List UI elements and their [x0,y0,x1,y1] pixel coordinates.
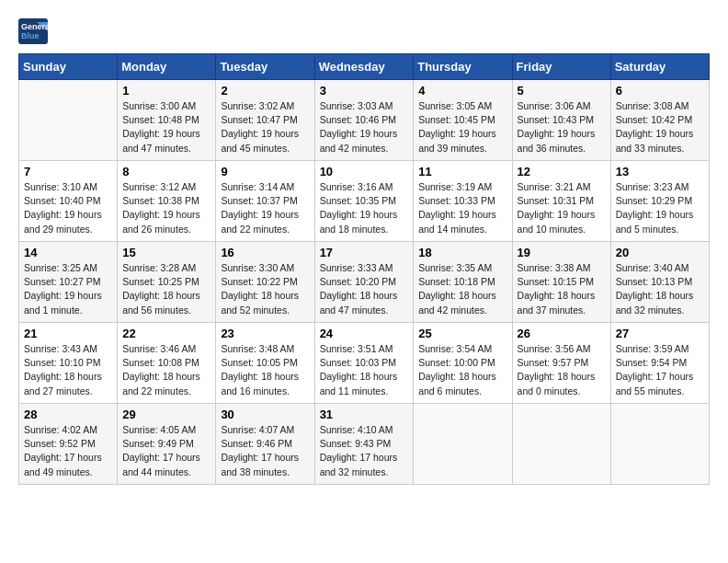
calendar-cell: 10Sunrise: 3:16 AMSunset: 10:35 PMDaylig… [314,161,414,242]
calendar-cell: 17Sunrise: 3:33 AMSunset: 10:20 PMDaylig… [314,242,414,323]
day-info: Sunrise: 3:59 AMSunset: 9:54 PMDaylight:… [616,342,704,398]
day-number: 27 [616,327,704,340]
day-number: 23 [221,327,309,340]
calendar-week-row: 28Sunrise: 4:02 AMSunset: 9:52 PMDayligh… [19,404,710,485]
day-number: 28 [24,408,112,421]
day-info: Sunrise: 3:05 AMSunset: 10:45 PMDaylight… [418,99,506,155]
calendar-cell: 7Sunrise: 3:10 AMSunset: 10:40 PMDayligh… [19,161,118,242]
svg-text:Blue: Blue [21,31,40,40]
calendar-cell: 23Sunrise: 3:48 AMSunset: 10:05 PMDaylig… [216,323,314,404]
day-number: 16 [221,246,309,259]
day-number: 31 [320,408,409,421]
day-info: Sunrise: 3:56 AMSunset: 9:57 PMDaylight:… [518,342,606,398]
calendar-cell: 19Sunrise: 3:38 AMSunset: 10:15 PMDaylig… [512,242,610,323]
day-number: 22 [122,327,210,340]
day-info: Sunrise: 3:54 AMSunset: 10:00 PMDaylight… [418,342,506,398]
day-info: Sunrise: 3:30 AMSunset: 10:22 PMDaylight… [221,261,309,317]
day-number: 10 [320,165,409,178]
day-number: 7 [24,165,112,178]
day-info: Sunrise: 3:14 AMSunset: 10:37 PMDaylight… [221,180,309,236]
day-info: Sunrise: 3:23 AMSunset: 10:29 PMDaylight… [616,180,704,236]
calendar-cell: 28Sunrise: 4:02 AMSunset: 9:52 PMDayligh… [19,404,118,485]
calendar-cell: 22Sunrise: 3:46 AMSunset: 10:08 PMDaylig… [118,323,216,404]
day-info: Sunrise: 3:38 AMSunset: 10:15 PMDaylight… [518,261,606,317]
day-number: 26 [518,327,606,340]
calendar-cell: 21Sunrise: 3:43 AMSunset: 10:10 PMDaylig… [19,323,118,404]
col-header-thursday: Thursday [414,54,512,80]
svg-text:General: General [21,22,48,31]
calendar-cell: 30Sunrise: 4:07 AMSunset: 9:46 PMDayligh… [216,404,314,485]
calendar-cell: 11Sunrise: 3:19 AMSunset: 10:33 PMDaylig… [414,161,512,242]
day-number: 21 [24,327,112,340]
day-info: Sunrise: 3:46 AMSunset: 10:08 PMDaylight… [122,342,210,398]
day-info: Sunrise: 3:43 AMSunset: 10:10 PMDaylight… [24,342,112,398]
day-number: 2 [221,84,309,98]
day-number: 5 [518,84,606,98]
day-info: Sunrise: 3:06 AMSunset: 10:43 PMDaylight… [518,99,606,155]
day-info: Sunrise: 3:10 AMSunset: 10:40 PMDaylight… [24,180,112,236]
day-info: Sunrise: 3:48 AMSunset: 10:05 PMDaylight… [221,342,309,398]
day-info: Sunrise: 3:28 AMSunset: 10:25 PMDaylight… [122,261,210,317]
calendar-cell: 4Sunrise: 3:05 AMSunset: 10:45 PMDayligh… [414,80,512,161]
calendar-week-row: 21Sunrise: 3:43 AMSunset: 10:10 PMDaylig… [19,323,710,404]
calendar-cell: 15Sunrise: 3:28 AMSunset: 10:25 PMDaylig… [118,242,216,323]
day-number: 18 [418,246,506,259]
calendar-cell: 13Sunrise: 3:23 AMSunset: 10:29 PMDaylig… [610,161,709,242]
day-number: 3 [320,84,409,98]
day-info: Sunrise: 3:12 AMSunset: 10:38 PMDaylight… [122,180,210,236]
calendar-cell [414,404,512,485]
calendar-cell: 1Sunrise: 3:00 AMSunset: 10:48 PMDayligh… [118,80,216,161]
calendar-week-row: 14Sunrise: 3:25 AMSunset: 10:27 PMDaylig… [19,242,710,323]
calendar-header-row: SundayMondayTuesdayWednesdayThursdayFrid… [19,54,710,80]
calendar-cell: 6Sunrise: 3:08 AMSunset: 10:42 PMDayligh… [610,80,709,161]
day-number: 19 [518,246,606,259]
day-info: Sunrise: 3:35 AMSunset: 10:18 PMDaylight… [418,261,506,317]
calendar-cell: 29Sunrise: 4:05 AMSunset: 9:49 PMDayligh… [118,404,216,485]
day-info: Sunrise: 3:03 AMSunset: 10:46 PMDaylight… [320,99,409,155]
calendar-table: SundayMondayTuesdayWednesdayThursdayFrid… [18,53,710,485]
day-info: Sunrise: 4:05 AMSunset: 9:49 PMDaylight:… [122,423,210,479]
day-number: 4 [418,84,506,98]
calendar-cell: 25Sunrise: 3:54 AMSunset: 10:00 PMDaylig… [414,323,512,404]
logo-icon: General Blue [18,18,48,44]
calendar-cell: 9Sunrise: 3:14 AMSunset: 10:37 PMDayligh… [216,161,314,242]
day-number: 14 [24,246,112,259]
day-number: 6 [616,84,704,98]
day-number: 15 [122,246,210,259]
day-info: Sunrise: 3:00 AMSunset: 10:48 PMDaylight… [122,99,210,155]
day-number: 12 [518,165,606,178]
day-info: Sunrise: 3:51 AMSunset: 10:03 PMDaylight… [320,342,409,398]
calendar-cell: 26Sunrise: 3:56 AMSunset: 9:57 PMDayligh… [512,323,610,404]
day-number: 25 [418,327,506,340]
day-info: Sunrise: 3:16 AMSunset: 10:35 PMDaylight… [320,180,409,236]
page-header: General Blue [18,18,710,44]
day-info: Sunrise: 4:02 AMSunset: 9:52 PMDaylight:… [24,423,112,479]
calendar-cell: 2Sunrise: 3:02 AMSunset: 10:47 PMDayligh… [216,80,314,161]
day-info: Sunrise: 4:07 AMSunset: 9:46 PMDaylight:… [221,423,309,479]
day-info: Sunrise: 4:10 AMSunset: 9:43 PMDaylight:… [320,423,409,479]
day-number: 17 [320,246,409,259]
day-number: 1 [122,84,210,98]
col-header-monday: Monday [118,54,216,80]
calendar-cell: 14Sunrise: 3:25 AMSunset: 10:27 PMDaylig… [19,242,118,323]
day-number: 11 [418,165,506,178]
day-info: Sunrise: 3:08 AMSunset: 10:42 PMDaylight… [616,99,704,155]
calendar-week-row: 7Sunrise: 3:10 AMSunset: 10:40 PMDayligh… [19,161,710,242]
calendar-cell: 8Sunrise: 3:12 AMSunset: 10:38 PMDayligh… [118,161,216,242]
calendar-cell: 12Sunrise: 3:21 AMSunset: 10:31 PMDaylig… [512,161,610,242]
day-number: 8 [122,165,210,178]
day-info: Sunrise: 3:02 AMSunset: 10:47 PMDaylight… [221,99,309,155]
calendar-cell: 27Sunrise: 3:59 AMSunset: 9:54 PMDayligh… [610,323,709,404]
calendar-cell: 16Sunrise: 3:30 AMSunset: 10:22 PMDaylig… [216,242,314,323]
calendar-cell: 18Sunrise: 3:35 AMSunset: 10:18 PMDaylig… [414,242,512,323]
day-number: 24 [320,327,409,340]
calendar-cell: 24Sunrise: 3:51 AMSunset: 10:03 PMDaylig… [314,323,414,404]
calendar-week-row: 1Sunrise: 3:00 AMSunset: 10:48 PMDayligh… [19,80,710,161]
calendar-cell [512,404,610,485]
logo: General Blue [18,18,51,44]
calendar-cell: 5Sunrise: 3:06 AMSunset: 10:43 PMDayligh… [512,80,610,161]
day-info: Sunrise: 3:33 AMSunset: 10:20 PMDaylight… [320,261,409,317]
day-info: Sunrise: 3:19 AMSunset: 10:33 PMDaylight… [418,180,506,236]
col-header-saturday: Saturday [610,54,709,80]
day-info: Sunrise: 3:21 AMSunset: 10:31 PMDaylight… [518,180,606,236]
